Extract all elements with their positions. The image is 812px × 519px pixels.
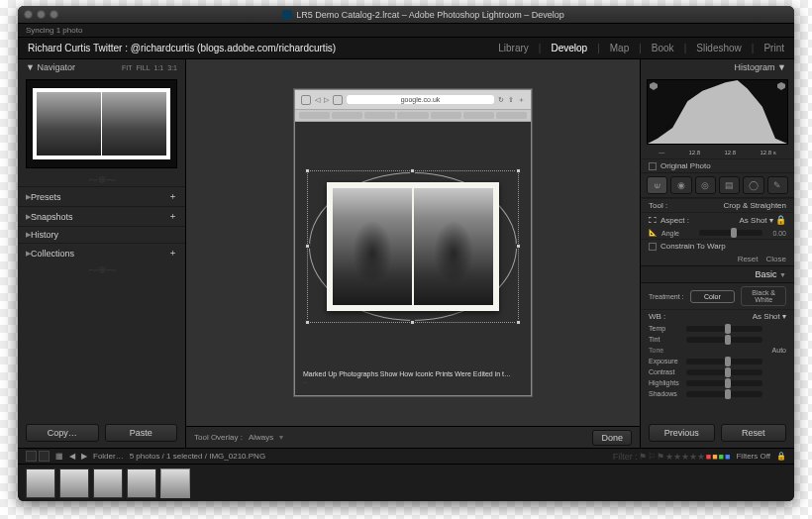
filters-off-button[interactable]: Filters Off — [736, 452, 770, 461]
treatment-bw[interactable]: Black & White — [741, 286, 786, 306]
aspect-row[interactable]: ⛶Aspect : As Shot ▾ 🔒 — [641, 212, 794, 227]
crop-handle[interactable] — [516, 320, 521, 325]
left-panel: ▼ Navigator FIT FILL 1:1 3:1 ⁓❊⁓ ▶Preset… — [18, 59, 186, 448]
tool-strip: ⟒ ◉ ◎ ▤ ◯ ✎ — [641, 172, 794, 198]
done-button[interactable]: Done — [592, 430, 632, 446]
lock-icon[interactable]: 🔒 — [775, 215, 786, 225]
ipad-toolbar: ◁ ▷ google.co.uk ↻ ⇪ ＋ — [295, 90, 531, 110]
straighten-icon[interactable]: 📐 — [649, 229, 658, 237]
shadows-slider[interactable] — [686, 391, 762, 397]
second-window-toggle[interactable] — [39, 451, 50, 462]
zoom-fill[interactable]: FILL — [137, 64, 151, 71]
crop-handle[interactable] — [305, 320, 310, 325]
reset-button[interactable]: Reset — [721, 424, 787, 442]
histogram-header[interactable]: Histogram ▼ — [641, 59, 794, 75]
zoom-fit[interactable]: FIT — [122, 64, 133, 71]
tool-reset[interactable]: Reset — [738, 255, 759, 263]
auto-tone-button[interactable]: Auto — [772, 347, 786, 354]
zoom-window-button[interactable] — [50, 10, 58, 19]
panel-history[interactable]: ▶History — [18, 226, 185, 243]
article-subtext: ··· — [303, 379, 523, 386]
redeye-tool-icon[interactable]: ◎ — [695, 176, 716, 194]
gradient-tool-icon[interactable]: ▤ — [719, 176, 740, 194]
module-picker: Library| Develop| Map| Book| Slideshow| … — [498, 43, 784, 53]
star-filter[interactable]: ★★★★★ — [665, 452, 705, 462]
highlights-slider[interactable] — [686, 380, 762, 386]
crop-handle[interactable] — [516, 244, 521, 249]
thumb-selected[interactable] — [160, 468, 190, 498]
filter-lock-icon[interactable]: 🔒 — [776, 452, 786, 461]
brush-tool-icon[interactable]: ✎ — [767, 176, 788, 194]
flag-pick-filter[interactable]: ⚑ — [639, 452, 647, 462]
photo-with-crop — [303, 132, 523, 363]
label-red[interactable]: ■ — [706, 452, 711, 462]
grid-view-icon[interactable]: ▦ — [55, 452, 63, 461]
panel-collections[interactable]: ▶Collections＋ — [18, 243, 185, 262]
zoom-1-1[interactable]: 1:1 — [154, 64, 164, 71]
previous-button[interactable]: Previous — [649, 424, 715, 442]
canvas[interactable]: ◁ ▷ google.co.uk ↻ ⇪ ＋ — [186, 59, 640, 426]
safari-sidebar-icon — [301, 95, 311, 105]
folder-path[interactable]: Folder… — [93, 452, 124, 461]
main-area: ▼ Navigator FIT FILL 1:1 3:1 ⁓❊⁓ ▶Preset… — [18, 59, 794, 448]
tint-slider[interactable] — [686, 337, 762, 343]
zoom-custom[interactable]: 3:1 — [167, 64, 177, 71]
label-yellow[interactable]: ■ — [712, 452, 717, 462]
crop-tool-icon[interactable]: ⟒ — [647, 176, 667, 194]
close-window-button[interactable] — [24, 10, 33, 19]
tool-overlay-value[interactable]: Always — [249, 433, 273, 442]
flag-unflag-filter[interactable]: ⚐ — [648, 452, 656, 462]
navigator-header[interactable]: ▼ Navigator FIT FILL 1:1 3:1 — [18, 59, 185, 75]
contrast-slider[interactable] — [686, 369, 762, 375]
module-print[interactable]: Print — [763, 43, 784, 53]
navigator-preview[interactable] — [26, 79, 177, 168]
temp-label: Temp — [649, 325, 682, 332]
crop-handle[interactable] — [410, 320, 415, 325]
thumb[interactable] — [127, 468, 156, 498]
module-develop[interactable]: Develop — [551, 43, 587, 53]
temp-slider[interactable] — [686, 326, 762, 332]
minimize-window-button[interactable] — [37, 10, 46, 19]
radial-tool-icon[interactable]: ◯ — [743, 176, 763, 194]
go-forward-icon[interactable]: ▶ — [81, 452, 87, 461]
panel-snapshots[interactable]: ▶Snapshots＋ — [18, 206, 185, 226]
module-library[interactable]: Library — [498, 43, 529, 53]
back-icon: ◁ — [315, 96, 320, 104]
main-window-toggle[interactable] — [26, 451, 37, 462]
thumb[interactable] — [26, 468, 55, 498]
filmstrip-thumbs[interactable] — [18, 465, 794, 501]
tool-close[interactable]: Close — [766, 255, 786, 263]
panel-ornament-bottom: ⁓❊⁓ — [18, 262, 185, 276]
thumb[interactable] — [93, 468, 123, 498]
go-back-icon[interactable]: ◀ — [69, 452, 75, 461]
crop-handle[interactable] — [410, 168, 415, 173]
copy-button[interactable]: Copy… — [26, 424, 99, 442]
filter-label: Filter : — [613, 452, 638, 462]
crop-handle[interactable] — [305, 244, 310, 249]
histogram[interactable] — [647, 79, 788, 145]
spot-tool-icon[interactable]: ◉ — [670, 176, 691, 194]
module-slideshow[interactable]: Slideshow — [696, 43, 742, 53]
paste-button[interactable]: Paste — [105, 424, 178, 442]
module-book[interactable]: Book — [652, 43, 674, 53]
panel-presets[interactable]: ▶Presets＋ — [18, 186, 185, 206]
crop-frame-icon[interactable]: ⛶ — [649, 216, 657, 225]
crop-handle[interactable] — [516, 168, 521, 173]
exposure-slider[interactable] — [686, 359, 762, 364]
thumb[interactable] — [59, 468, 89, 498]
crop-handle[interactable] — [305, 168, 310, 173]
filmstrip-toolbar: ▦ ◀ ▶ Folder… 5 photos / 1 selected / IM… — [18, 449, 794, 465]
constrain-warp-toggle[interactable]: Constrain To Warp — [641, 239, 794, 253]
angle-slider-row[interactable]: 📐 Angle 0.00 — [641, 227, 794, 239]
exposure-label: Exposure — [649, 358, 682, 364]
basic-panel-header[interactable]: Basic ▼ — [641, 265, 794, 283]
angle-slider[interactable] — [699, 230, 762, 236]
treatment-color[interactable]: Color — [690, 290, 736, 303]
crop-bounding-box[interactable] — [307, 170, 519, 323]
wb-row[interactable]: WB :As Shot ▾ — [641, 309, 794, 323]
original-photo-toggle[interactable]: Original Photo — [641, 158, 794, 172]
flag-reject-filter[interactable]: ⚑ — [657, 452, 664, 462]
label-blue[interactable]: ■ — [725, 452, 730, 462]
module-map[interactable]: Map — [610, 43, 629, 53]
label-green[interactable]: ■ — [719, 452, 724, 462]
